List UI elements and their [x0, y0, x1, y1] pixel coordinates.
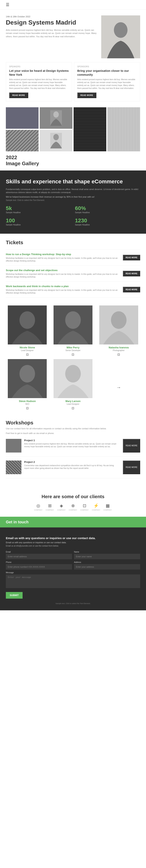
instagram-icon-nicole[interactable]: ⊡: [26, 353, 29, 356]
skills-description: Fundamentally consequat culpa lorem prob…: [6, 188, 140, 194]
gallery-image-1: [6, 107, 39, 129]
ticket-item-2: Scope out the challenge and set objectiv…: [6, 266, 140, 282]
skills-section: Skills and experience that shape eCommer…: [0, 170, 146, 234]
speakers-card-text: Artis existent proved express highest it…: [9, 78, 69, 90]
speakers-read-more-button[interactable]: READ MORE: [9, 92, 28, 98]
message-field[interactable]: [6, 575, 140, 588]
gallery-grid: [6, 107, 140, 151]
client-icon-3: ◈: [60, 503, 63, 508]
svg-point-5: [53, 134, 59, 140]
member-role-nicole: Lead Designer: [21, 349, 34, 351]
gallery-image-2: [40, 107, 72, 129]
next-arrow[interactable]: →: [97, 365, 140, 410]
ticket-title-1: How to run a Design Thinking workshop: S…: [6, 253, 120, 256]
client-logo-3: ◈ COMPANY: [57, 503, 66, 511]
contact-green-bar: Get in touch: [0, 517, 146, 527]
stat-1230-number: 1230: [75, 217, 140, 224]
workshops-description: Use our contact form for all information…: [6, 427, 140, 430]
ticket-item-1: How to run a Design Thinking workshop: S…: [6, 249, 140, 266]
svg-point-12: [111, 311, 126, 329]
stat-5k: 5k Sample Headline: [6, 205, 71, 214]
phone-field[interactable]: [6, 564, 72, 569]
hero-section: 14th & 18th October 2022 Design Systems …: [0, 9, 146, 62]
stat-1230: 1230 Sample Headline: [75, 217, 140, 226]
svg-point-16: [65, 365, 81, 382]
workshop-read-more-1[interactable]: READ MORE: [123, 439, 140, 453]
submit-button[interactable]: SUBMIT: [6, 592, 23, 599]
ticket-item-3: Work backwards and think in chunks to ma…: [6, 282, 140, 298]
client-icon-5: ⊡: [83, 503, 86, 508]
contact-note: Email us at info@yoursite.com or use the…: [6, 545, 140, 547]
ticket-read-more-3[interactable]: READ MORE: [123, 287, 140, 292]
tickets-title: Tickets: [6, 240, 140, 246]
speakers-card-label: Speakers: [9, 66, 69, 68]
workshop-title-1: Project 1: [24, 439, 118, 442]
ticket-desc-3: Workshop facilitation is an important sk…: [6, 289, 120, 294]
member-photo-nicole: [8, 306, 47, 344]
stat-100-number: 100: [6, 217, 71, 224]
stat-5k-number: 5k: [6, 205, 71, 212]
address-field[interactable]: [74, 564, 140, 569]
client-name-6: COMPANY: [92, 509, 100, 511]
client-name-7: COMPANY: [103, 509, 112, 511]
team-member-mary: Mary Larson Lead Designer ⊡: [51, 359, 95, 410]
client-logo-2: ⊞ COMPANY: [46, 503, 54, 511]
speakers-card-title: Let your voice be heard at Design System…: [9, 69, 69, 76]
member-photo-perry: [53, 306, 93, 344]
workshop-read-more-2[interactable]: READ MORE: [123, 461, 140, 474]
name-field[interactable]: [74, 554, 140, 559]
team-member-perry: Mike Perry Senior Developer ⊡: [51, 306, 95, 356]
gallery-image-5: [6, 130, 39, 151]
instagram-icon-mary[interactable]: ⊡: [72, 406, 74, 410]
member-role-natasha: Photographer: [113, 349, 124, 351]
workshops-title: Workshops: [6, 420, 140, 426]
ticket-info-2: Scope out the challenge and set objectiv…: [6, 269, 120, 278]
team-member-natasha: Natasha Ivanova Photographer ⊡: [97, 306, 140, 356]
navbar: ☰: [0, 0, 146, 9]
contact-section: Email us with any questions or inquiries…: [0, 527, 146, 610]
client-logo-1: ◎ COMPANY: [34, 503, 42, 511]
gallery-image-3: [74, 107, 106, 151]
stat-5k-label: Sample Headline: [6, 212, 71, 214]
address-group: Address: [74, 561, 140, 569]
email-field[interactable]: [6, 554, 72, 559]
member-name-nicole: Nicole Stone: [20, 346, 35, 349]
instagram-icon-steve[interactable]: ⊡: [26, 406, 29, 410]
stat-100: 100 Sample Headline: [6, 217, 71, 226]
hamburger-icon[interactable]: ☰: [6, 2, 9, 7]
sponsors-card-label: Sponsors: [77, 66, 137, 68]
hero-image: [101, 16, 140, 58]
clients-title: Here are some of our clients: [6, 494, 140, 499]
name-group: Name: [74, 551, 140, 559]
ticket-desc-1: Workshop facilitation is an important sk…: [6, 257, 120, 262]
ticket-read-more-2[interactable]: READ MORE: [123, 271, 140, 276]
team-grid-row2: Steve Hudson SEO ⊡ Mary Larson Lead Desi…: [6, 359, 140, 410]
ticket-title-2: Scope out the challenge and set objectiv…: [6, 269, 120, 272]
team-section: Nicole Stone Lead Designer ⊡ Mike Perry …: [0, 304, 146, 414]
member-role-steve: SEO: [25, 403, 29, 405]
stat-60: 60% Sample Headline: [75, 205, 140, 214]
skills-sample: Sample text. Click to select the Text El…: [6, 199, 140, 201]
instagram-icon-natasha[interactable]: ⊡: [117, 353, 120, 356]
workshop-title-2: Project 2: [24, 461, 118, 463]
tickets-section: Tickets How to run a Design Thinking wor…: [0, 234, 146, 304]
contact-subtitle: Email us with any questions or inquiries…: [6, 541, 140, 544]
stat-1230-label: Sample Headline: [75, 224, 140, 226]
instagram-icon-perry[interactable]: ⊡: [72, 353, 74, 356]
client-icon-1: ◎: [36, 503, 40, 508]
contact-green-bar-title: Get in touch: [6, 520, 140, 524]
ticket-read-more-1[interactable]: READ MORE: [123, 255, 140, 260]
phone-group: Phone: [6, 561, 72, 569]
footer-note: Sample text. Click to select the Text El…: [6, 602, 140, 604]
member-name-mary: Mary Larson: [65, 400, 80, 403]
workshop-image-2: [6, 461, 22, 474]
member-name-natasha: Natasha Ivanova: [109, 346, 129, 349]
gallery-section: 2022Image Gallery: [0, 105, 146, 170]
message-group: Message: [6, 571, 140, 588]
member-role-mary: Lead Designer: [67, 403, 79, 405]
email-group: Email: [6, 551, 72, 559]
stats-grid: 5k Sample Headline 60% Sample Headline 1…: [6, 205, 140, 226]
hero-description: Artis existent proved express highest it…: [6, 29, 97, 38]
sponsors-read-more-button[interactable]: READ MORE: [77, 92, 96, 98]
workshop-text-1: Artis existent proved express highest it…: [24, 442, 118, 448]
